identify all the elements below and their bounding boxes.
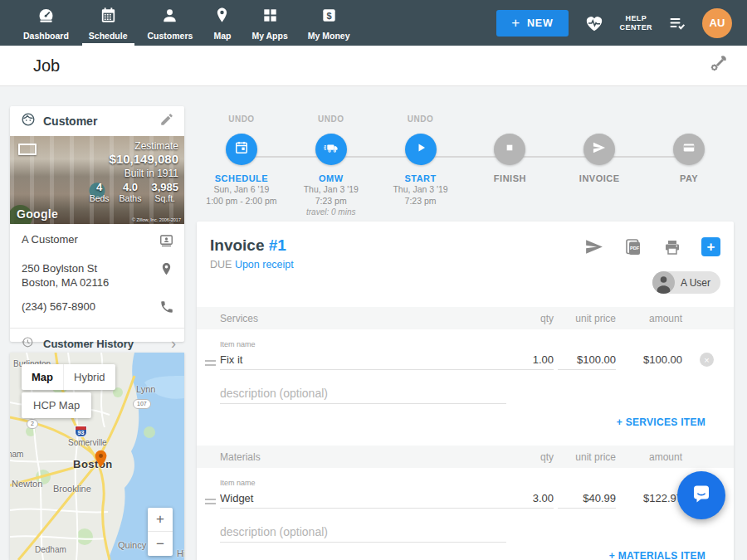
stop-icon bbox=[501, 139, 518, 159]
omw-step-button[interactable] bbox=[315, 134, 347, 165]
nav-customers-label: Customers bbox=[148, 31, 193, 41]
chat-bubble-icon bbox=[688, 480, 715, 510]
map-marker-icon[interactable] bbox=[94, 450, 108, 471]
property-photo: Zestimate $10,149,080 Built in 1911 4Bed… bbox=[10, 136, 184, 224]
invoice-number[interactable]: #1 bbox=[269, 236, 286, 254]
invoice-due: DUE Upon receipt bbox=[210, 259, 294, 270]
map-button[interactable]: Map bbox=[22, 364, 63, 390]
finish-step-button[interactable] bbox=[494, 134, 525, 165]
customer-name: A Customer bbox=[22, 232, 78, 246]
route-2-shield: 2 bbox=[27, 419, 38, 429]
hybrid-button[interactable]: Hybrid bbox=[63, 364, 115, 390]
task-list-icon[interactable] bbox=[667, 13, 687, 33]
print-icon[interactable] bbox=[662, 237, 682, 257]
edit-pencil-icon[interactable] bbox=[159, 112, 174, 130]
services-description-input[interactable] bbox=[220, 384, 506, 404]
map-label-hi: Hi bbox=[177, 548, 184, 558]
hcp-map-button[interactable]: HCP Map bbox=[22, 392, 91, 418]
due-value-link[interactable]: Upon receipt bbox=[235, 259, 294, 270]
start-time: 7:23 pm bbox=[405, 195, 437, 207]
help-center-line1: HELP bbox=[620, 14, 652, 23]
add-invoice-item-button[interactable]: + bbox=[701, 237, 720, 256]
contact-card-icon[interactable] bbox=[159, 232, 174, 251]
timeline-step-pay: PAY bbox=[644, 114, 734, 219]
remove-services-item-button[interactable]: × bbox=[700, 353, 714, 367]
app-screen: Dashboard Schedule Customers Map My Apps… bbox=[0, 0, 747, 560]
map-label-lynn: Lynn bbox=[136, 384, 155, 394]
nav-dashboard[interactable]: Dashboard bbox=[13, 0, 79, 46]
nav-my-apps[interactable]: My Apps bbox=[242, 0, 297, 46]
materials-description-row bbox=[220, 523, 506, 543]
job-settings-wrench-icon[interactable] bbox=[707, 53, 729, 78]
materials-item-amount: $122.97 bbox=[616, 492, 682, 509]
services-item-name-input[interactable] bbox=[220, 350, 505, 370]
address-line1: 250 Boylston St bbox=[22, 262, 97, 275]
customer-card-title: Customer bbox=[43, 114, 97, 128]
nav-schedule-label: Schedule bbox=[89, 31, 128, 41]
map-label-newton: Newton bbox=[12, 479, 42, 489]
map-widget[interactable]: Burlington Lynn Somerville ham Boston Ne… bbox=[10, 353, 184, 560]
map-label-somerville: Somerville bbox=[68, 438, 107, 447]
nav-right: + NEW HELP CENTER AU bbox=[496, 0, 747, 46]
undo-omw-link[interactable]: UNDO bbox=[318, 114, 344, 126]
nav-my-money[interactable]: $ My Money bbox=[298, 0, 360, 46]
calendar-icon bbox=[233, 139, 250, 159]
materials-item-qty-input[interactable] bbox=[505, 489, 554, 509]
phone-icon[interactable] bbox=[159, 299, 174, 318]
beds-value: 4 bbox=[90, 181, 110, 193]
health-heart-icon[interactable] bbox=[583, 12, 605, 34]
materials-col-price: unit price bbox=[554, 451, 616, 463]
map-zoom-control: + − bbox=[148, 508, 173, 556]
undo-start-link[interactable]: UNDO bbox=[408, 114, 433, 126]
new-button[interactable]: + NEW bbox=[496, 10, 568, 37]
zoom-out-button[interactable]: − bbox=[148, 532, 173, 556]
map-pin-icon bbox=[212, 6, 232, 28]
invoice-step-label: INVOICE bbox=[579, 173, 620, 183]
help-center-button[interactable]: HELP CENTER bbox=[620, 14, 652, 32]
baths-value: 4.0 bbox=[120, 181, 142, 193]
invoice-panel: Invoice #1 DUE Upon receipt PDF + A User… bbox=[197, 222, 734, 560]
services-item-qty-input[interactable] bbox=[505, 350, 554, 370]
user-avatar[interactable]: AU bbox=[702, 8, 732, 38]
add-materials-item-link[interactable]: + MATERIALS ITEM bbox=[609, 550, 706, 560]
google-watermark: Google bbox=[17, 207, 58, 221]
services-item-price-input[interactable] bbox=[558, 350, 616, 370]
undo-schedule-link[interactable]: UNDO bbox=[228, 114, 254, 126]
timeline-step-finish: FINISH bbox=[465, 114, 554, 219]
materials-item-price-input[interactable] bbox=[558, 489, 616, 509]
materials-col-qty: qty bbox=[496, 451, 554, 463]
pay-step-button[interactable] bbox=[673, 134, 705, 165]
location-pin-icon[interactable] bbox=[159, 261, 174, 280]
send-invoice-icon[interactable] bbox=[583, 236, 604, 257]
schedule-date: Sun, Jan 6 '19 bbox=[214, 183, 270, 195]
plus-icon: + bbox=[511, 15, 520, 32]
streetview-frame-icon bbox=[18, 144, 37, 155]
pay-step-label: PAY bbox=[680, 173, 698, 183]
sqft-label: Sq.ft. bbox=[151, 193, 178, 203]
customer-name-row: A Customer bbox=[22, 232, 174, 251]
materials-description-input[interactable] bbox=[220, 523, 506, 543]
customers-icon bbox=[160, 6, 179, 28]
assignee-chip[interactable]: A User bbox=[652, 271, 720, 294]
services-col-qty: qty bbox=[496, 313, 554, 324]
invoice-step-button[interactable] bbox=[583, 134, 615, 165]
schedule-icon bbox=[99, 6, 118, 28]
pdf-icon[interactable]: PDF bbox=[623, 237, 643, 257]
nav-map-label: Map bbox=[213, 31, 231, 41]
assignee-name: A User bbox=[681, 277, 710, 289]
due-label: DUE bbox=[210, 259, 232, 270]
services-item-name-label: Item name bbox=[220, 340, 256, 348]
i93-shield: 93 bbox=[75, 426, 87, 437]
nav-schedule[interactable]: Schedule bbox=[79, 0, 138, 46]
zoom-in-button[interactable]: + bbox=[148, 508, 173, 532]
nav-customers[interactable]: Customers bbox=[138, 0, 203, 46]
materials-item-name-input[interactable] bbox=[220, 489, 505, 509]
schedule-step-button[interactable] bbox=[226, 134, 257, 165]
apps-grid-icon bbox=[261, 6, 280, 28]
add-services-item-link[interactable]: + SERVICES ITEM bbox=[617, 416, 706, 428]
start-step-button[interactable] bbox=[405, 134, 437, 165]
chat-launcher-button[interactable] bbox=[677, 471, 725, 519]
nav-items: Dashboard Schedule Customers Map My Apps… bbox=[13, 0, 360, 46]
nav-map[interactable]: Map bbox=[203, 0, 242, 46]
send-plane-icon bbox=[591, 139, 608, 159]
